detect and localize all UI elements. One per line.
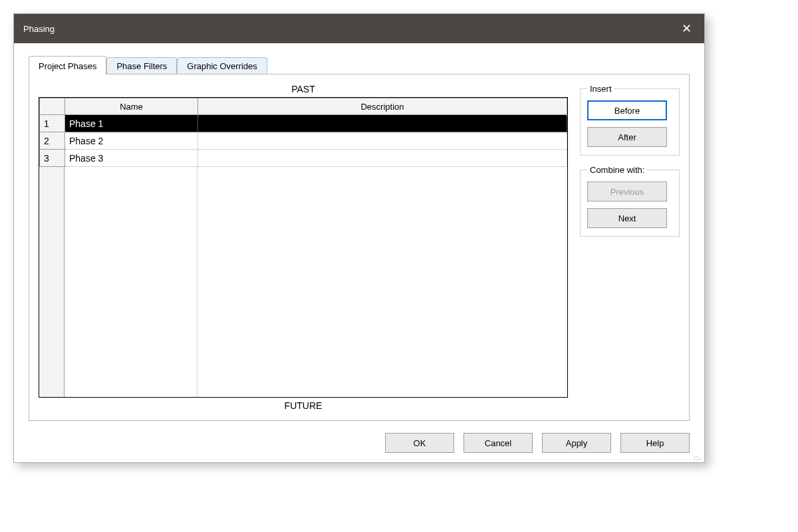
phases-grid[interactable]: Name Description 1Phase 12Phase 23Phase … <box>39 97 568 398</box>
next-button[interactable]: Next <box>587 208 667 228</box>
ok-button[interactable]: OK <box>385 433 454 453</box>
dialog-title: Phasing <box>23 24 55 34</box>
tab-panel: PAST Name Description <box>29 74 690 421</box>
dialog-titlebar[interactable]: Phasing ✕ <box>14 14 704 43</box>
table-row[interactable]: 2Phase 2 <box>40 132 567 150</box>
insert-group: Insert Before After <box>580 84 680 156</box>
combine-legend: Combine with: <box>587 165 647 175</box>
apply-button[interactable]: Apply <box>542 433 611 453</box>
col-label: Description <box>360 102 404 112</box>
row-number-cell[interactable]: 1 <box>40 115 65 132</box>
name-header[interactable]: Name <box>65 98 198 115</box>
previous-button: Previous <box>587 182 667 201</box>
row-number-cell[interactable]: 2 <box>40 132 65 150</box>
name-cell[interactable]: Phase 2 <box>65 132 198 150</box>
tabs: Project Phases Phase Filters Graphic Ove… <box>29 55 704 74</box>
button-label: OK <box>414 438 426 448</box>
button-label: Cancel <box>485 438 511 448</box>
help-button[interactable]: Help <box>620 433 690 453</box>
row-number-cell[interactable]: 3 <box>40 150 65 167</box>
description-cell[interactable] <box>198 132 567 150</box>
rownum-header[interactable] <box>40 98 65 115</box>
tab-label: Graphic Overrides <box>187 61 257 71</box>
insert-legend: Insert <box>587 84 614 94</box>
side-panel: Insert Before After Combine with: Previo… <box>580 84 680 411</box>
resize-grip-icon[interactable]: ..... <box>694 453 702 461</box>
description-cell[interactable] <box>198 150 567 167</box>
tab-graphic-overrides[interactable]: Graphic Overrides <box>177 57 267 74</box>
table-area: PAST Name Description <box>39 84 568 411</box>
button-label: Previous <box>610 187 644 197</box>
button-label: Before <box>614 106 640 116</box>
table-row[interactable]: 1Phase 1 <box>40 115 567 132</box>
description-cell[interactable] <box>198 115 567 132</box>
combine-group: Combine with: Previous Next <box>580 165 680 237</box>
cancel-button[interactable]: Cancel <box>464 433 533 453</box>
button-label: Next <box>618 213 636 223</box>
col-label: Name <box>120 102 143 112</box>
before-button[interactable]: Before <box>587 100 667 120</box>
tab-project-phases[interactable]: Project Phases <box>29 56 106 74</box>
button-label: Help <box>646 438 664 448</box>
after-button[interactable]: After <box>587 127 667 147</box>
tab-phase-filters[interactable]: Phase Filters <box>106 57 177 74</box>
close-icon[interactable]: ✕ <box>678 20 695 37</box>
button-label: Apply <box>566 438 588 448</box>
phasing-dialog: Phasing ✕ Project Phases Phase Filters G… <box>13 13 705 463</box>
name-cell[interactable]: Phase 3 <box>65 150 198 167</box>
future-label: FUTURE <box>39 400 568 411</box>
tab-label: Phase Filters <box>116 61 167 71</box>
table-row[interactable]: 3Phase 3 <box>40 150 567 167</box>
name-cell[interactable]: Phase 1 <box>65 115 198 132</box>
description-header[interactable]: Description <box>198 98 567 115</box>
past-label: PAST <box>39 84 568 94</box>
button-label: After <box>618 132 636 142</box>
tab-label: Project Phases <box>39 61 96 71</box>
dialog-footer: OK Cancel Apply Help ..... <box>14 421 704 462</box>
